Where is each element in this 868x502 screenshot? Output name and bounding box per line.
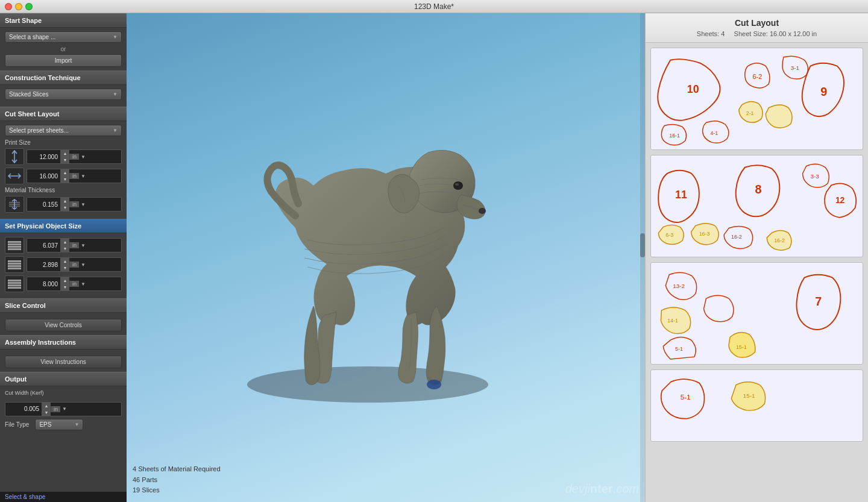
sheet-4-thumbnail[interactable]: 5-1 15-1 xyxy=(650,369,863,442)
height-increment[interactable]: ▲ xyxy=(61,150,69,157)
construction-technique-dropdown[interactable]: Stacked Slices ▼ xyxy=(5,89,122,100)
import-button[interactable]: Import xyxy=(5,54,122,67)
vertical-arrow-icon xyxy=(10,150,19,163)
preset-sheets-dropdown[interactable]: Select preset sheets... ▼ xyxy=(5,125,122,136)
svg-text:12: 12 xyxy=(835,195,845,205)
window-title: 123D Make* xyxy=(414,2,454,11)
height-icon xyxy=(5,148,24,165)
width-field-row: 16.000 ▲ ▼ in ▼ xyxy=(5,168,122,184)
svg-point-10 xyxy=(427,380,441,389)
width-icon xyxy=(5,168,24,184)
svg-text:6-2: 6-2 xyxy=(753,73,763,80)
height-spinner: ▲ ▼ xyxy=(60,150,69,163)
height-unit-arrow[interactable]: ▼ xyxy=(79,154,87,160)
maximize-button[interactable] xyxy=(25,3,33,10)
svg-text:4-1: 4-1 xyxy=(710,130,718,136)
slices-count-text: 19 Slices xyxy=(133,485,221,496)
svg-text:15-1: 15-1 xyxy=(743,392,755,399)
size-y-decrement[interactable]: ▼ xyxy=(61,265,69,271)
svg-text:11: 11 xyxy=(675,189,687,201)
svg-text:10: 10 xyxy=(687,83,699,95)
size-x-unit: in xyxy=(69,242,79,248)
close-button[interactable] xyxy=(5,3,12,10)
size-x-decrement[interactable]: ▼ xyxy=(61,245,69,252)
thickness-increment[interactable]: ▲ xyxy=(61,198,69,204)
dog-svg xyxy=(187,107,549,409)
cut-width-increment[interactable]: ▲ xyxy=(42,403,51,409)
view-controls-button[interactable]: View Controls xyxy=(5,319,122,331)
size-y-increment[interactable]: ▲ xyxy=(61,258,69,265)
width-increment[interactable]: ▲ xyxy=(61,169,69,176)
size-y-unit-arrow[interactable]: ▼ xyxy=(79,262,87,268)
thickness-field-row: 0.155 ▲ ▼ in ▼ xyxy=(5,196,122,213)
width-unit-arrow[interactable]: ▼ xyxy=(79,174,87,179)
construction-technique-header: Construction Technique xyxy=(0,71,127,85)
thickness-unit: in xyxy=(69,201,79,207)
sheet-2-thumbnail[interactable]: 11 8 3-3 12 6-3 16-3 16- xyxy=(650,155,863,257)
slice-control-header: Slice Control xyxy=(0,298,127,313)
cut-width-input[interactable]: 0.005 xyxy=(5,404,42,413)
width-input[interactable]: 16.000 xyxy=(27,172,60,181)
thickness-input[interactable]: 0.155 xyxy=(27,200,60,209)
size-z-decrement[interactable]: ▼ xyxy=(61,284,69,290)
size-z-increment[interactable]: ▲ xyxy=(61,277,69,284)
minimize-button[interactable] xyxy=(15,3,22,10)
viewport-scrollbar-thumb[interactable] xyxy=(640,233,645,257)
cut-layout-header: Cut Layout Sheets: 4 Sheet Size: 16.00 x… xyxy=(646,13,868,43)
file-type-dropdown[interactable]: EPS ▼ xyxy=(35,419,83,430)
svg-text:16-2: 16-2 xyxy=(731,234,742,240)
thickness-icon xyxy=(5,196,24,213)
svg-text:16-2: 16-2 xyxy=(774,237,785,243)
horizontal-arrow-icon xyxy=(8,172,21,180)
height-decrement[interactable]: ▼ xyxy=(61,157,69,163)
sheet-3-thumbnail[interactable]: 7 13-2 14-1 5-1 15-1 xyxy=(650,262,863,365)
sidebar: Start Shape Select a shape ... ▼ or Impo… xyxy=(0,13,127,502)
viewport[interactable]: 4 Sheets of Material Required 46 Parts 1… xyxy=(127,13,645,502)
select-shape-dropdown[interactable]: Select a shape ... ▼ xyxy=(5,31,122,43)
size-y-icon xyxy=(5,256,24,273)
size-y-input[interactable]: 2.898 xyxy=(27,260,60,269)
size-x-spinner: ▲ ▼ xyxy=(60,239,69,252)
height-input-wrap: 12.000 ▲ ▼ in ▼ xyxy=(27,149,122,164)
titlebar-buttons xyxy=(5,3,33,10)
svg-text:15-1: 15-1 xyxy=(736,344,747,350)
construction-technique-row: Stacked Slices ▼ xyxy=(5,89,122,100)
stack-icon-x xyxy=(8,241,21,250)
size-x-unit-arrow[interactable]: ▼ xyxy=(79,243,87,248)
size-z-unit-arrow[interactable]: ▼ xyxy=(79,281,87,287)
size-y-spinner: ▲ ▼ xyxy=(60,258,69,271)
width-decrement[interactable]: ▼ xyxy=(61,176,69,183)
size-x-input[interactable]: 6.037 xyxy=(27,241,60,250)
size-x-increment[interactable]: ▲ xyxy=(61,239,69,245)
construction-technique-body: Stacked Slices ▼ xyxy=(0,85,127,107)
output-header: Output xyxy=(0,372,127,386)
viewport-info: 4 Sheets of Material Required 46 Parts 1… xyxy=(133,464,221,496)
height-input[interactable]: 12.000 xyxy=(27,152,60,162)
size-y-row: 2.898 ▲ ▼ in ▼ xyxy=(5,256,122,273)
thickness-unit-arrow[interactable]: ▼ xyxy=(79,202,87,207)
size-z-input[interactable]: 8.000 xyxy=(27,280,60,289)
view-instructions-button[interactable]: View Instructions xyxy=(5,356,122,368)
main-layout: Start Shape Select a shape ... ▼ or Impo… xyxy=(0,13,868,502)
sheet-1-thumbnail[interactable]: 10 6-2 3-1 9 16-1 4-1 xyxy=(650,48,863,150)
cut-width-decrement[interactable]: ▼ xyxy=(42,409,51,416)
select-shape-bottom: Select & shape xyxy=(0,492,127,502)
height-field-row: 12.000 ▲ ▼ in ▼ xyxy=(5,148,122,165)
cut-width-row: 0.005 ▲ ▼ in ▼ xyxy=(5,402,122,416)
svg-point-8 xyxy=(453,181,463,190)
size-z-spinner: ▲ ▼ xyxy=(60,277,69,290)
file-type-arrow: ▼ xyxy=(74,422,79,427)
width-input-wrap: 16.000 ▲ ▼ in ▼ xyxy=(27,169,122,183)
cut-width-unit-arrow[interactable]: ▼ xyxy=(60,406,69,412)
svg-text:7: 7 xyxy=(815,295,822,308)
svg-text:3-3: 3-3 xyxy=(810,173,819,180)
svg-text:14-1: 14-1 xyxy=(667,318,678,324)
thickness-decrement[interactable]: ▼ xyxy=(61,204,69,211)
cut-width-spinner: ▲ ▼ xyxy=(42,403,51,416)
physical-object-body: 6.037 ▲ ▼ in ▼ 2.898 xyxy=(0,233,127,298)
assembly-instructions-body: View Instructions xyxy=(0,350,127,372)
assembly-instructions-header: Assembly Instructions xyxy=(0,335,127,350)
titlebar: 123D Make* xyxy=(0,0,868,13)
cut-layout-sheets[interactable]: 10 6-2 3-1 9 16-1 4-1 xyxy=(646,43,868,502)
viewport-scrollbar[interactable] xyxy=(640,13,645,502)
